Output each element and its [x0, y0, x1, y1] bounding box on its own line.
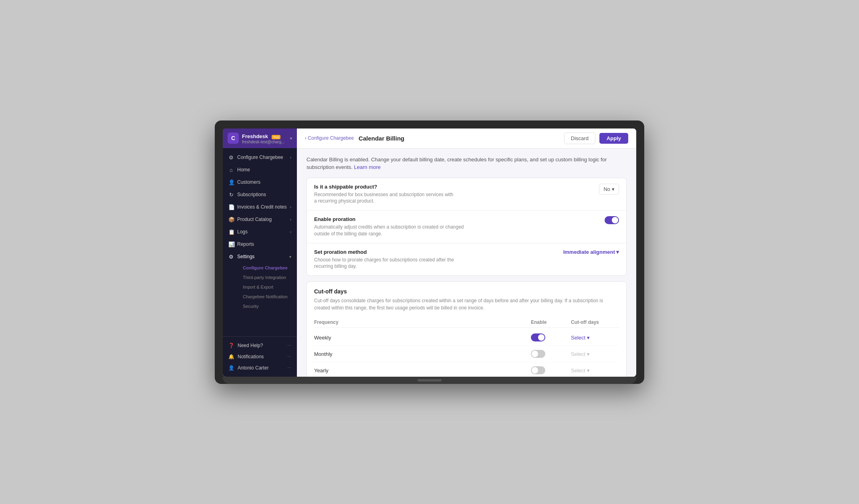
sidebar-header-chevron: ▾ [290, 136, 292, 141]
content-area: Calendar Billing is enabled. Change your… [297, 149, 636, 377]
shippable-info: Is it a shippable product? Recommended f… [314, 184, 454, 205]
sidebar-item-subscriptions[interactable]: ↻ Subscriptions [223, 189, 297, 201]
product-catalog-icon: 📦 [228, 217, 234, 223]
sidebar-item-customers[interactable]: 👤 Customers [223, 176, 297, 189]
invoices-chevron: › [290, 205, 291, 209]
notifications-icon: 🔔 [228, 354, 234, 359]
page-title: Calendar Billing [359, 135, 404, 142]
sidebar-header[interactable]: C Freshdesk Test freshdesk-test@charg...… [223, 129, 297, 148]
discard-button[interactable]: Discard [564, 133, 595, 144]
shippable-control: No ▾ [599, 184, 619, 195]
proration-method-title: Set proration method [314, 249, 466, 255]
sidebar-item-home[interactable]: ⌂ Home [223, 164, 297, 176]
notifications-chevron: ⋯ [287, 354, 291, 359]
shippable-proration-card: Is it a shippable product? Recommended f… [306, 178, 627, 276]
user-avatar-icon: 👤 [228, 365, 234, 371]
sub-security[interactable]: Security [237, 301, 297, 311]
proration-method-dropdown[interactable]: Immediate alignment ▾ [563, 249, 619, 255]
sub-chargebee-notification[interactable]: Chargebee Notification [237, 292, 297, 301]
shippable-row: Is it a shippable product? Recommended f… [307, 178, 626, 211]
apply-button[interactable]: Apply [599, 133, 628, 144]
proration-desc: Automatically adjust credits when a subs… [314, 224, 466, 237]
footer-notifications[interactable]: 🔔 Notifications ⋯ [223, 351, 297, 362]
sidebar-item-product-catalog[interactable]: 📦 Product Catalog › [223, 213, 297, 226]
sub-import-export[interactable]: Import & Export [237, 282, 297, 292]
brand-name: Freshdesk [242, 133, 268, 139]
brand-info: Freshdesk Test freshdesk-test@charg... [242, 133, 287, 144]
sidebar-footer: ❓ Need Help? ⋯ 🔔 Notifications ⋯ 👤 Anton… [223, 336, 297, 377]
learn-more-link[interactable]: Learn more [354, 164, 381, 170]
sidebar-item-configure[interactable]: ⚙ Configure Chargebee › [223, 151, 297, 164]
proration-method-row: Set proration method Choose how to prora… [307, 243, 626, 276]
cutoff-table-header: Frequency Enable Cut-off days [314, 317, 619, 328]
monthly-select: Select ▾ [571, 351, 619, 357]
sidebar-nav: ⚙ Configure Chargebee › ⌂ Home 👤 Custome… [223, 148, 297, 336]
yearly-enable [531, 366, 571, 374]
proration-toggle[interactable] [605, 216, 619, 224]
proration-method-control: Immediate alignment ▾ [563, 249, 619, 255]
yearly-toggle[interactable] [531, 366, 545, 374]
sidebar-item-logs[interactable]: 📋 Logs › [223, 226, 297, 238]
monthly-enable [531, 350, 571, 358]
user-chevron: ⋯ [287, 365, 291, 370]
cutoff-days-card: Cut-off days Cut-off days consolidate ch… [306, 281, 627, 376]
proration-info: Enable proration Automatically adjust cr… [314, 216, 466, 237]
configure-icon: ⚙ [228, 155, 234, 161]
weekly-select[interactable]: Select ▾ [571, 335, 619, 341]
yearly-select: Select ▾ [571, 367, 619, 373]
yearly-label: Yearly [314, 367, 531, 373]
footer-user[interactable]: 👤 Antonio Carter ⋯ [223, 362, 297, 373]
brand-badge: Test [272, 135, 281, 139]
breadcrumb: ‹ Configure Chargebee Calendar Billing [305, 135, 404, 142]
shippable-dropdown-chevron: ▾ [612, 186, 615, 192]
reports-icon: 📊 [228, 241, 234, 247]
proration-control [605, 216, 619, 224]
weekly-toggle[interactable] [531, 333, 545, 341]
sidebar-item-settings[interactable]: ⚙ Settings ▾ [223, 251, 297, 263]
logs-chevron: › [290, 230, 291, 234]
settings-submenu: Configure Chargebee Third-party Integrat… [223, 263, 297, 311]
proration-method-desc: Choose how to prorate charges for subscr… [314, 257, 466, 270]
sub-configure-chargebee[interactable]: Configure Chargebee [237, 263, 297, 273]
settings-chevron: ▾ [289, 255, 291, 259]
weekly-select-chevron: ▾ [587, 335, 590, 341]
sidebar: C Freshdesk Test freshdesk-test@charg...… [223, 129, 297, 377]
logs-icon: 📋 [228, 229, 234, 235]
need-help-chevron: ⋯ [287, 343, 291, 347]
monthly-select-chevron: ▾ [587, 351, 590, 357]
yearly-select-chevron: ▾ [587, 367, 590, 373]
settings-icon: ⚙ [228, 254, 234, 260]
top-actions: Discard Apply [564, 133, 628, 144]
proration-title: Enable proration [314, 216, 466, 222]
main-content: ‹ Configure Chargebee Calendar Billing D… [297, 129, 636, 377]
proration-method-chevron: ▾ [616, 249, 619, 255]
brand-logo: C [228, 133, 239, 144]
shippable-dropdown[interactable]: No ▾ [599, 184, 619, 195]
top-bar: ‹ Configure Chargebee Calendar Billing D… [297, 129, 636, 149]
proration-row: Enable proration Automatically adjust cr… [307, 211, 626, 243]
shippable-title: Is it a shippable product? [314, 184, 454, 190]
sidebar-item-reports[interactable]: 📊 Reports [223, 238, 297, 251]
brand-sub: freshdesk-test@charg... [242, 140, 287, 144]
monthly-label: Monthly [314, 351, 531, 357]
monthly-toggle[interactable] [531, 350, 545, 358]
sub-third-party[interactable]: Third-party Integration [237, 273, 297, 282]
page-description: Calendar Billing is enabled. Change your… [306, 156, 627, 171]
customers-icon: 👤 [228, 179, 234, 185]
sidebar-item-invoices[interactable]: 📄 Invoices & Credit notes › [223, 201, 297, 213]
cutoff-weekly-row: Weekly Select ▾ [314, 329, 619, 346]
footer-need-help[interactable]: ❓ Need Help? ⋯ [223, 340, 297, 351]
cutoff-title: Cut-off days [314, 288, 619, 295]
configure-chevron: › [290, 155, 291, 160]
need-help-icon: ❓ [228, 343, 234, 348]
cutoff-desc: Cut-off days consolidate charges for sub… [314, 297, 619, 311]
cutoff-monthly-row: Monthly Select ▾ [314, 346, 619, 362]
breadcrumb-back[interactable]: ‹ Configure Chargebee [305, 135, 354, 141]
subscriptions-icon: ↻ [228, 192, 234, 198]
shippable-desc: Recommended for box businesses and subsc… [314, 191, 454, 205]
proration-method-info: Set proration method Choose how to prora… [314, 249, 466, 270]
weekly-enable [531, 333, 571, 341]
weekly-label: Weekly [314, 335, 531, 341]
product-chevron: › [290, 217, 291, 222]
invoices-icon: 📄 [228, 204, 234, 210]
